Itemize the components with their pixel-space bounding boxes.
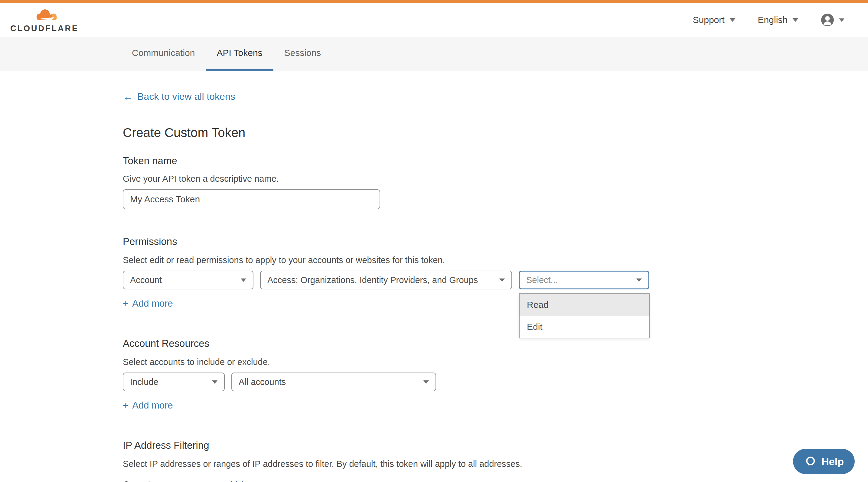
resource-mode-value: Include	[130, 377, 158, 387]
brand-top-strip	[0, 0, 868, 3]
permissions-description: Select edit or read permissions to apply…	[123, 255, 868, 265]
language-menu-label: English	[758, 15, 787, 25]
permission-access-placeholder: Select...	[526, 275, 558, 285]
menu-option-read[interactable]: Read	[520, 294, 649, 316]
account-resources-heading: Account Resources	[123, 338, 868, 349]
chevron-down-icon	[212, 380, 217, 384]
language-menu[interactable]: English	[758, 15, 799, 25]
token-name-description: Give your API token a descriptive name.	[123, 174, 868, 184]
back-arrow-icon: ←	[123, 91, 133, 102]
support-menu[interactable]: Support	[693, 15, 736, 25]
plus-icon: +	[123, 298, 128, 309]
main-content: ← Back to view all tokens Create Custom …	[0, 71, 868, 482]
chevron-down-icon	[499, 279, 505, 282]
tab-api-tokens[interactable]: API Tokens	[206, 37, 273, 71]
resource-scope-dropdown[interactable]: All accounts	[231, 373, 436, 391]
ip-field-labels: Operator Value	[123, 479, 868, 482]
cloudflare-logo[interactable]: CLOUDFLARE	[10, 7, 62, 33]
chevron-down-icon	[424, 380, 429, 384]
ip-filtering-description: Select IP addresses or ranges of IP addr…	[123, 459, 868, 469]
header: CLOUDFLARE Support English	[0, 3, 868, 37]
chat-bubble-icon	[804, 455, 816, 468]
chevron-down-icon	[636, 279, 642, 282]
token-name-input[interactable]	[123, 189, 380, 209]
cloudflare-cloud-icon	[33, 7, 59, 23]
account-menu[interactable]	[821, 13, 844, 27]
permissions-heading: Permissions	[123, 236, 868, 247]
permissions-add-more-link[interactable]: + Add more	[123, 298, 173, 309]
help-button-label: Help	[822, 456, 844, 468]
operator-label: Operator	[123, 479, 225, 482]
permission-access-menu: Read Edit	[519, 293, 650, 339]
support-menu-label: Support	[693, 15, 725, 25]
tab-communication[interactable]: Communication	[121, 37, 206, 71]
add-more-label: Add more	[132, 400, 173, 411]
profile-tabs: Communication API Tokens Sessions	[0, 37, 868, 71]
resources-add-more-link[interactable]: + Add more	[123, 400, 173, 411]
resource-mode-dropdown[interactable]: Include	[123, 373, 225, 391]
add-more-label: Add more	[132, 298, 173, 309]
chevron-down-icon	[730, 18, 736, 22]
account-resources-description: Select accounts to include or exclude.	[123, 357, 868, 367]
token-name-heading: Token name	[123, 155, 868, 167]
permission-scope-value: Account	[130, 275, 162, 285]
value-label: Value	[231, 479, 253, 482]
chevron-down-icon	[241, 279, 246, 282]
resource-scope-value: All accounts	[239, 377, 286, 387]
permissions-row: Account Access: Organizations, Identity …	[123, 270, 868, 289]
header-nav: Support English	[693, 13, 844, 27]
chevron-down-icon	[839, 19, 844, 22]
account-resources-row: Include All accounts	[123, 373, 868, 391]
help-button[interactable]: Help	[793, 449, 855, 474]
permission-group-value: Access: Organizations, Identity Provider…	[267, 275, 478, 285]
permission-access-dropdown[interactable]: Select... Read Edit	[519, 270, 649, 289]
user-avatar-icon	[821, 13, 834, 27]
permission-group-dropdown[interactable]: Access: Organizations, Identity Provider…	[260, 270, 512, 289]
plus-icon: +	[123, 400, 128, 411]
cloudflare-wordmark: CLOUDFLARE	[10, 24, 79, 33]
menu-option-edit[interactable]: Edit	[520, 316, 649, 338]
chevron-down-icon	[793, 18, 799, 22]
page-title: Create Custom Token	[123, 126, 868, 140]
permission-scope-dropdown[interactable]: Account	[123, 270, 253, 289]
back-to-tokens-link[interactable]: ← Back to view all tokens	[123, 91, 235, 102]
tab-sessions[interactable]: Sessions	[273, 37, 332, 71]
back-link-label: Back to view all tokens	[137, 91, 235, 102]
ip-filtering-heading: IP Address Filtering	[123, 440, 868, 451]
